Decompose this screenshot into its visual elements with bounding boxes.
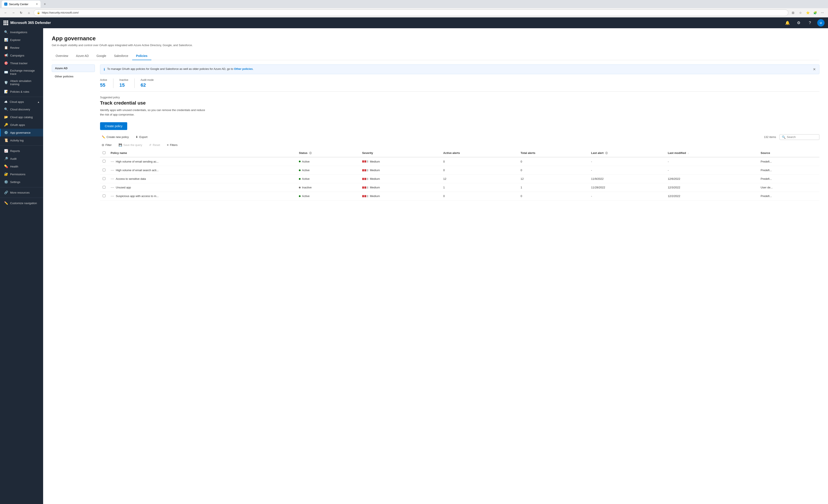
filters-button[interactable]: ≡ Filters [165, 142, 179, 148]
create-new-icon: ✏️ [102, 135, 105, 139]
tab-azure-ad[interactable]: Azure AD [72, 52, 92, 60]
select-all-checkbox[interactable] [102, 151, 106, 154]
row-menu-btn[interactable]: ⋯ [111, 168, 114, 172]
policies-sidebar: Azure AD Other policies [52, 65, 95, 201]
reading-list-icon[interactable]: ⊟ [790, 10, 796, 16]
sidebar-item-activity-log[interactable]: 📜 Activity log [0, 136, 43, 144]
sidebar-item-investigations[interactable]: 🔍 Investigations [0, 28, 43, 36]
row-last-alert: - [588, 157, 665, 166]
row-menu-btn[interactable]: ⋯ [111, 160, 114, 164]
row-policy-name: ⋯ Access to sensitive data [108, 175, 296, 183]
create-new-policy-button[interactable]: ✏️ Create new policy [100, 134, 130, 139]
new-tab-button[interactable]: + [41, 1, 48, 7]
sidebar-item-threat-tracker[interactable]: 🎯 Threat tracker [0, 59, 43, 67]
export-button[interactable]: ⬇ Export [134, 134, 149, 139]
sidebar-item-cloud-app-catalog[interactable]: 📂 Cloud app catalog [0, 113, 43, 121]
th-severity[interactable]: Severity [360, 149, 441, 157]
policy-nav-azure-ad[interactable]: Azure AD [52, 65, 95, 72]
tab-salesforce[interactable]: Salesforce [110, 52, 132, 60]
tab-google[interactable]: Google [93, 52, 110, 60]
sidebar-item-exchange[interactable]: ✉️ Exchange message trace [0, 67, 43, 77]
browser-tab-active[interactable]: S Security Center ✕ [2, 1, 41, 7]
info-banner-link[interactable]: Other policies [234, 67, 253, 71]
th-source[interactable]: Source [758, 149, 819, 157]
th-last-modified[interactable]: Last modified ↓ [665, 149, 758, 157]
row-policy-name: ⋯ High volume of email search acti... [108, 166, 296, 175]
cloud-apps-section-icon: ☁️ [4, 100, 7, 103]
sidebar-label-oauth-apps: OAuth apps [10, 123, 25, 127]
row-menu-btn[interactable]: ⋯ [111, 177, 114, 181]
help-button[interactable]: ? [806, 19, 814, 27]
tab-overview[interactable]: Overview [52, 52, 72, 60]
sidebar-item-attack-sim[interactable]: 🛡️ Attack simulation training [0, 77, 43, 88]
sidebar-item-health[interactable]: 💊 Health [0, 163, 43, 170]
sidebar-label-reports: Reports [10, 150, 20, 153]
reset-button[interactable]: ↺ Reset [147, 142, 162, 148]
customize-icon: ✏️ [4, 201, 8, 205]
sidebar-item-permissions[interactable]: 🔐 Permissions [0, 170, 43, 178]
severity-bars: Medium [362, 160, 438, 163]
tab-policies[interactable]: Policies [132, 52, 151, 60]
row-checkbox-cell[interactable] [100, 192, 108, 201]
sidebar-item-cloud-discovery[interactable]: 🔍 Cloud discovery [0, 106, 43, 113]
row-checkbox-cell[interactable] [100, 175, 108, 183]
th-policy-name[interactable]: Policy name [108, 149, 296, 157]
back-button[interactable]: ← [3, 10, 9, 16]
th-active-alerts[interactable]: Active alerts [441, 149, 518, 157]
sidebar-divider-2 [0, 145, 43, 146]
tab-close-button[interactable]: ✕ [36, 3, 38, 6]
favorites-icon[interactable]: ☆ [797, 10, 803, 16]
sidebar-item-policies[interactable]: 📝 Policies & rules [0, 88, 43, 95]
sidebar-item-review[interactable]: 📋 Review [0, 44, 43, 51]
search-input[interactable] [787, 135, 817, 139]
th-last-alert[interactable]: Last alert ⓘ [588, 149, 665, 157]
address-bar[interactable]: 🔒 https://security.microsoft.com/ [34, 9, 788, 16]
row-checkbox-cell[interactable] [100, 157, 108, 166]
sidebar-item-reports[interactable]: 📈 Reports [0, 147, 43, 155]
policy-nav-other-policies[interactable]: Other policies [52, 73, 95, 80]
row-checkbox[interactable] [102, 160, 106, 163]
browser-extensions-icon[interactable]: 🧩 [812, 10, 818, 16]
sidebar-item-settings[interactable]: ⚙️ Settings [0, 178, 43, 186]
row-checkbox[interactable] [102, 186, 106, 188]
home-button[interactable]: ⌂ [26, 10, 32, 16]
browser-menu-icon[interactable]: ⋯ [819, 10, 825, 16]
sidebar-item-oauth-apps[interactable]: 🔑 OAuth apps [0, 121, 43, 129]
filter-funnel-icon: ⊟ [102, 143, 104, 146]
th-total-alerts[interactable]: Total alerts [518, 149, 588, 157]
th-select-all[interactable] [100, 149, 108, 157]
cloud-apps-section-header[interactable]: ☁️ Cloud apps ▲ [0, 98, 43, 106]
row-checkbox[interactable] [102, 169, 106, 171]
cloud-app-catalog-icon: 📂 [4, 115, 8, 119]
table-row: ⋯ Access to sensitive data Active Medium… [100, 175, 819, 183]
collections-icon[interactable]: ⭐ [805, 10, 811, 16]
refresh-button[interactable]: ↻ [18, 10, 24, 16]
cloud-apps-section-label: Cloud apps [10, 100, 24, 103]
sidebar-item-audit[interactable]: 🔎 Audit [0, 155, 43, 163]
sidebar-label-policies: Policies & rules [10, 90, 29, 93]
row-menu-btn[interactable]: ⋯ [111, 194, 114, 198]
save-query-button[interactable]: 💾 Save the query [117, 142, 144, 148]
sidebar-item-app-governance[interactable]: ⚙️ App governance [0, 129, 43, 136]
notifications-button[interactable]: 🔔 [784, 19, 791, 27]
info-banner-close[interactable]: ✕ [813, 67, 816, 71]
search-box[interactable]: 🔍 [780, 134, 819, 140]
row-menu-btn[interactable]: ⋯ [111, 185, 114, 190]
sidebar-item-customize[interactable]: ✏️ Customize navigation [0, 199, 43, 207]
row-checkbox-cell[interactable] [100, 166, 108, 175]
row-checkbox-cell[interactable] [100, 183, 108, 192]
sidebar-item-more-resources[interactable]: 🔗 More resources [0, 188, 43, 196]
th-status[interactable]: Status ⓘ [296, 149, 360, 157]
row-checkbox[interactable] [102, 195, 106, 197]
settings-button[interactable]: ⚙ [795, 19, 802, 27]
grid-icon [3, 20, 8, 25]
row-checkbox[interactable] [102, 177, 106, 180]
sidebar-item-explorer[interactable]: 📊 Explorer [0, 36, 43, 44]
lock-icon: 🔒 [37, 11, 40, 14]
sidebar-item-campaigns[interactable]: 📢 Campaigns [0, 51, 43, 59]
row-status: Active [296, 192, 360, 201]
forward-button[interactable]: → [10, 10, 16, 16]
filter-button[interactable]: ⊟ Filter [100, 142, 114, 148]
user-avatar[interactable]: U [817, 19, 825, 27]
create-policy-button[interactable]: Create policy [100, 122, 127, 130]
